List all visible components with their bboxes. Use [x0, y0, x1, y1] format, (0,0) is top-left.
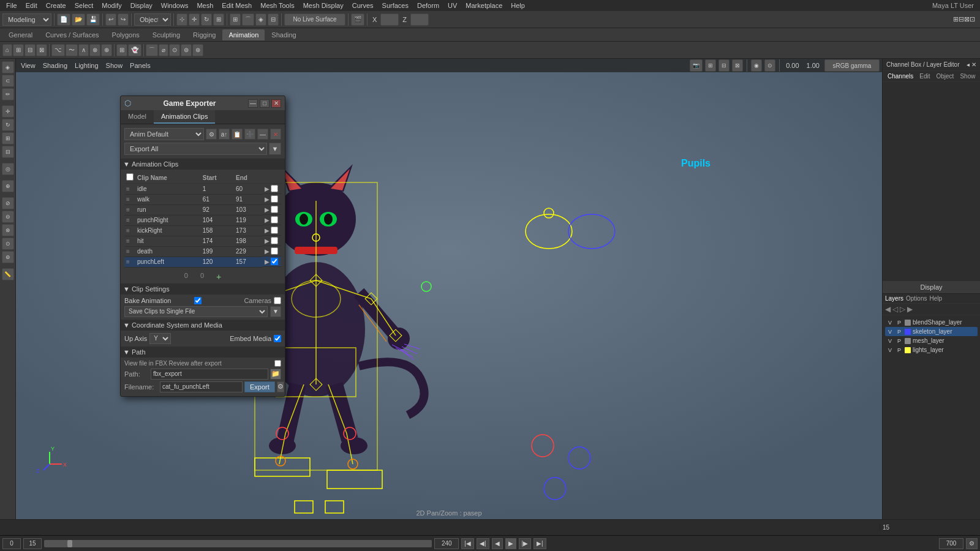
- anim-layer-btn[interactable]: ⊞: [116, 44, 127, 56]
- layer-lights[interactable]: V P lights_layer: [885, 345, 978, 354]
- ge-clip-row-3[interactable]: ≡ punchRight 104 119 ▶: [124, 215, 281, 225]
- show-manip-btn[interactable]: ⊕: [2, 180, 14, 192]
- ge-select-all-cb[interactable]: [126, 173, 134, 181]
- menu-display[interactable]: Display: [127, 2, 156, 9]
- menu-uv[interactable]: UV: [444, 2, 461, 9]
- rt-show[interactable]: Show: [957, 72, 978, 80]
- sculpt4-btn[interactable]: ⊙: [2, 238, 14, 250]
- vt-xray-btn[interactable]: ◉: [751, 59, 762, 72]
- ge-clip-row-4[interactable]: ≡ kickRight 158 173 ▶: [124, 225, 281, 236]
- vt-lighting[interactable]: Lighting: [72, 62, 101, 69]
- key-chan-btn[interactable]: ⊠: [36, 44, 47, 56]
- sculpt3-btn[interactable]: ⊗: [2, 224, 14, 236]
- ge-bake-cb[interactable]: [194, 297, 202, 304]
- menu-curves[interactable]: Curves: [349, 2, 377, 9]
- undo-btn[interactable]: ↩: [105, 13, 116, 26]
- save-btn[interactable]: 💾: [86, 13, 100, 26]
- snap-point-btn[interactable]: ◈: [255, 13, 266, 26]
- playback-settings-btn[interactable]: ⚙: [966, 538, 978, 549]
- go-start-btn[interactable]: |◀: [461, 538, 474, 549]
- ge-coord-header[interactable]: ▼ Coordinate System and Media: [121, 320, 285, 331]
- key-time-btn[interactable]: ⌥: [51, 44, 65, 56]
- ge-clip-row-6[interactable]: ≡ death 199 229 ▶: [124, 246, 281, 257]
- vt-show[interactable]: Show: [104, 62, 126, 69]
- ge-export-dropdown[interactable]: Export All: [124, 143, 267, 155]
- key-all-btn[interactable]: ⊞: [13, 44, 24, 56]
- clip-cb-4[interactable]: [271, 227, 278, 234]
- ge-add-btn[interactable]: +: [216, 272, 221, 282]
- ge-filename-input[interactable]: [160, 381, 243, 392]
- motion-path-btn[interactable]: ⌀: [159, 44, 168, 56]
- clip-play-3[interactable]: ▶: [265, 217, 270, 223]
- range-handle[interactable]: [67, 540, 72, 547]
- ge-clip-settings-header[interactable]: ▼ Clip Settings: [121, 283, 285, 294]
- ge-tab-animation[interactable]: Animation Clips: [154, 110, 215, 124]
- menu-deform[interactable]: Deform: [413, 2, 443, 9]
- snap-grid-btn[interactable]: ⊞: [230, 13, 241, 26]
- menu-modify[interactable]: Modify: [98, 2, 125, 9]
- clip-play-4[interactable]: ▶: [265, 227, 270, 234]
- play-fwd-btn[interactable]: ▶: [505, 538, 516, 549]
- snap-curve-btn[interactable]: ⌒: [242, 13, 254, 26]
- key-tangent-btn[interactable]: ∧: [78, 44, 89, 56]
- vt-camera-btn[interactable]: 📷: [690, 59, 703, 72]
- ge-settings-btn[interactable]: ⚙: [277, 381, 284, 392]
- clip-cb-6[interactable]: [271, 247, 278, 255]
- motion-detach-btn[interactable]: ⊚: [181, 44, 192, 56]
- sculpt-btn[interactable]: ⊘: [2, 197, 14, 209]
- move-tool-btn[interactable]: ✛: [189, 13, 200, 26]
- vt-smooth-btn[interactable]: ⊠: [732, 59, 743, 72]
- render-btn[interactable]: 🎬: [351, 13, 364, 26]
- ge-preset-btn5[interactable]: —: [257, 129, 268, 140]
- ge-clip-row-5[interactable]: ≡ hit 174 198 ▶: [124, 236, 281, 246]
- clip-play-0[interactable]: ▶: [265, 186, 270, 192]
- vt-panels[interactable]: Panels: [127, 62, 153, 69]
- clip-cb-1[interactable]: [271, 195, 278, 203]
- ge-titlebar[interactable]: ⬡ Game Exporter — □ ✕: [121, 96, 285, 110]
- ge-embed-cb[interactable]: [274, 335, 281, 342]
- lasso-btn[interactable]: ⊂: [2, 75, 14, 87]
- ge-export-arrow[interactable]: ▼: [269, 143, 281, 155]
- ge-folder-btn[interactable]: 📁: [270, 369, 281, 380]
- rbt-layers[interactable]: Layers: [885, 295, 903, 302]
- ge-maximize-btn[interactable]: □: [260, 99, 270, 108]
- sculpt5-btn[interactable]: ⊚: [2, 251, 14, 263]
- mode-dropdown[interactable]: Modeling: [2, 13, 51, 26]
- go-end-btn[interactable]: ▶|: [533, 538, 546, 549]
- ge-clip-row-1[interactable]: ≡ walk 61 91 ▶: [124, 194, 281, 204]
- clip-cb-5[interactable]: [271, 237, 278, 244]
- tab-rigging[interactable]: Rigging: [187, 29, 222, 40]
- scale-tool-btn[interactable]: ⊞: [213, 13, 224, 26]
- clip-play-1[interactable]: ▶: [265, 196, 270, 203]
- key-break-btn[interactable]: ⊗: [89, 44, 100, 56]
- vt-view[interactable]: View: [18, 62, 38, 69]
- key-curve-btn[interactable]: 〜: [66, 44, 78, 56]
- timeline[interactable]: 0102030405060708090100110120130140150160…: [0, 519, 980, 535]
- soft-sel-btn[interactable]: ◎: [2, 163, 14, 175]
- clip-cb-2[interactable]: [271, 206, 278, 213]
- layers-nav-next[interactable]: ▷: [900, 305, 905, 313]
- ge-view-cb[interactable]: [274, 360, 281, 367]
- ge-preset-btn3[interactable]: 📋: [232, 129, 243, 140]
- clip-play-5[interactable]: ▶: [265, 238, 270, 244]
- ge-export-btn[interactable]: Export: [244, 381, 275, 392]
- ge-save-clips-sel[interactable]: Save Clips to Single File: [124, 306, 268, 317]
- layers-nav-next2[interactable]: ▶: [907, 305, 913, 313]
- clip-cb-7[interactable]: [271, 258, 278, 265]
- move-btn[interactable]: ✛: [2, 105, 14, 118]
- vt-isolate-btn[interactable]: ⊙: [764, 59, 775, 72]
- ge-preset-btn1[interactable]: ⚙: [206, 129, 217, 140]
- vt-shading[interactable]: Shading: [40, 62, 70, 69]
- layers-nav-prev2[interactable]: ◁: [892, 305, 898, 313]
- ge-clip-row-2[interactable]: ≡ run 92 103 ▶: [124, 204, 281, 215]
- key-mode-btn[interactable]: ⌂: [2, 44, 12, 56]
- select-dropdown[interactable]: Objects: [134, 13, 171, 26]
- playback-range[interactable]: [44, 540, 432, 547]
- open-btn[interactable]: 📂: [72, 13, 85, 26]
- rt-object[interactable]: Object: [934, 72, 957, 80]
- ge-minimize-btn[interactable]: —: [248, 99, 258, 108]
- ge-cameras-cb[interactable]: [274, 297, 281, 304]
- tab-shading[interactable]: Shading: [265, 29, 302, 40]
- layer-mesh[interactable]: V P mesh_layer: [885, 336, 978, 345]
- ge-path-input[interactable]: [151, 369, 268, 380]
